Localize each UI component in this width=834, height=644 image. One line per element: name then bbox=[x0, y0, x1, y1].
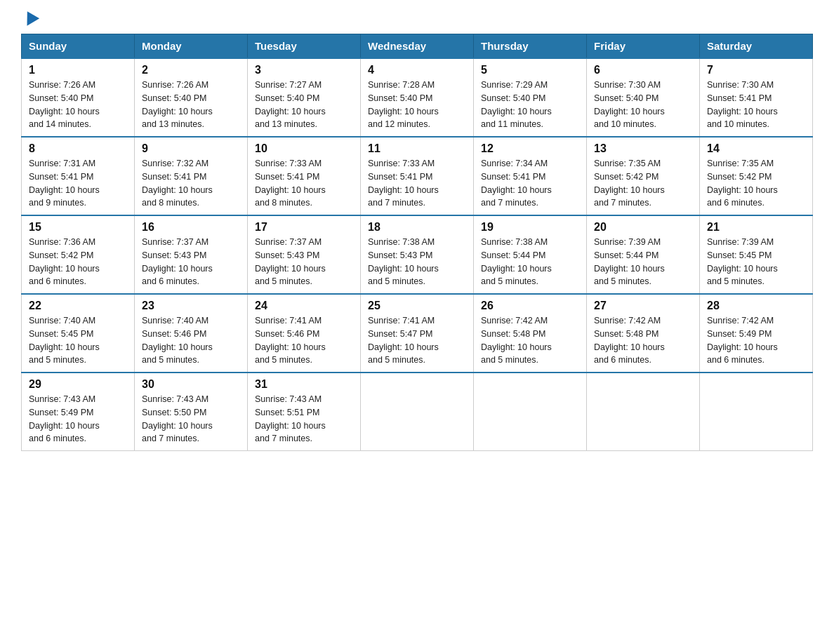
day-info: Sunrise: 7:42 AMSunset: 5:49 PMDaylight:… bbox=[707, 314, 805, 367]
calendar-cell: 26 Sunrise: 7:42 AMSunset: 5:48 PMDaylig… bbox=[474, 294, 587, 373]
calendar-cell: 2 Sunrise: 7:26 AMSunset: 5:40 PMDayligh… bbox=[135, 58, 248, 137]
day-info: Sunrise: 7:39 AMSunset: 5:44 PMDaylight:… bbox=[594, 236, 692, 288]
calendar-cell: 31 Sunrise: 7:43 AMSunset: 5:51 PMDaylig… bbox=[248, 373, 361, 451]
calendar-cell bbox=[361, 373, 474, 451]
day-number: 21 bbox=[707, 221, 805, 234]
week-row-1: 1 Sunrise: 7:26 AMSunset: 5:40 PMDayligh… bbox=[22, 58, 813, 137]
calendar-cell: 8 Sunrise: 7:31 AMSunset: 5:41 PMDayligh… bbox=[22, 137, 135, 215]
calendar-cell: 20 Sunrise: 7:39 AMSunset: 5:44 PMDaylig… bbox=[587, 215, 700, 294]
week-row-3: 15 Sunrise: 7:36 AMSunset: 5:42 PMDaylig… bbox=[22, 215, 813, 294]
day-number: 26 bbox=[481, 300, 579, 312]
day-number: 22 bbox=[29, 300, 127, 312]
calendar-cell: 5 Sunrise: 7:29 AMSunset: 5:40 PMDayligh… bbox=[474, 58, 587, 137]
day-number: 3 bbox=[255, 64, 353, 76]
day-number: 23 bbox=[142, 300, 240, 312]
day-info: Sunrise: 7:30 AMSunset: 5:40 PMDaylight:… bbox=[594, 79, 692, 131]
weekday-header-tuesday: Tuesday bbox=[248, 34, 361, 59]
calendar-cell: 15 Sunrise: 7:36 AMSunset: 5:42 PMDaylig… bbox=[22, 215, 135, 294]
day-info: Sunrise: 7:30 AMSunset: 5:41 PMDaylight:… bbox=[707, 79, 805, 131]
calendar-cell: 17 Sunrise: 7:37 AMSunset: 5:43 PMDaylig… bbox=[248, 215, 361, 294]
day-info: Sunrise: 7:37 AMSunset: 5:43 PMDaylight:… bbox=[142, 236, 240, 288]
day-number: 29 bbox=[29, 378, 127, 391]
day-number: 1 bbox=[29, 64, 127, 76]
week-row-4: 22 Sunrise: 7:40 AMSunset: 5:45 PMDaylig… bbox=[22, 294, 813, 373]
weekday-header-row: SundayMondayTuesdayWednesdayThursdayFrid… bbox=[22, 34, 813, 59]
day-number: 24 bbox=[255, 300, 353, 312]
weekday-header-sunday: Sunday bbox=[22, 34, 135, 59]
calendar-cell: 24 Sunrise: 7:41 AMSunset: 5:46 PMDaylig… bbox=[248, 294, 361, 373]
calendar-cell: 25 Sunrise: 7:41 AMSunset: 5:47 PMDaylig… bbox=[361, 294, 474, 373]
weekday-header-friday: Friday bbox=[587, 34, 700, 59]
weekday-header-monday: Monday bbox=[135, 34, 248, 59]
day-info: Sunrise: 7:28 AMSunset: 5:40 PMDaylight:… bbox=[368, 79, 466, 131]
day-number: 16 bbox=[142, 221, 240, 234]
calendar-cell: 3 Sunrise: 7:27 AMSunset: 5:40 PMDayligh… bbox=[248, 58, 361, 137]
calendar-cell: 23 Sunrise: 7:40 AMSunset: 5:46 PMDaylig… bbox=[135, 294, 248, 373]
calendar-cell bbox=[700, 373, 813, 451]
day-number: 20 bbox=[594, 221, 692, 234]
day-info: Sunrise: 7:33 AMSunset: 5:41 PMDaylight:… bbox=[368, 157, 466, 210]
day-info: Sunrise: 7:42 AMSunset: 5:48 PMDaylight:… bbox=[594, 314, 692, 367]
day-info: Sunrise: 7:26 AMSunset: 5:40 PMDaylight:… bbox=[142, 79, 240, 131]
calendar-cell: 30 Sunrise: 7:43 AMSunset: 5:50 PMDaylig… bbox=[135, 373, 248, 451]
calendar-cell: 7 Sunrise: 7:30 AMSunset: 5:41 PMDayligh… bbox=[700, 58, 813, 137]
day-info: Sunrise: 7:29 AMSunset: 5:40 PMDaylight:… bbox=[481, 79, 579, 131]
day-number: 19 bbox=[481, 221, 579, 234]
calendar-cell: 28 Sunrise: 7:42 AMSunset: 5:49 PMDaylig… bbox=[700, 294, 813, 373]
day-number: 17 bbox=[255, 221, 353, 234]
calendar-cell: 6 Sunrise: 7:30 AMSunset: 5:40 PMDayligh… bbox=[587, 58, 700, 137]
calendar-cell: 14 Sunrise: 7:35 AMSunset: 5:42 PMDaylig… bbox=[700, 137, 813, 215]
week-row-2: 8 Sunrise: 7:31 AMSunset: 5:41 PMDayligh… bbox=[22, 137, 813, 215]
calendar-cell: 11 Sunrise: 7:33 AMSunset: 5:41 PMDaylig… bbox=[361, 137, 474, 215]
calendar-cell: 9 Sunrise: 7:32 AMSunset: 5:41 PMDayligh… bbox=[135, 137, 248, 215]
calendar-cell: 16 Sunrise: 7:37 AMSunset: 5:43 PMDaylig… bbox=[135, 215, 248, 294]
day-number: 31 bbox=[255, 378, 353, 391]
day-info: Sunrise: 7:35 AMSunset: 5:42 PMDaylight:… bbox=[594, 157, 692, 210]
day-info: Sunrise: 7:37 AMSunset: 5:43 PMDaylight:… bbox=[255, 236, 353, 288]
day-number: 10 bbox=[255, 142, 353, 155]
weekday-header-thursday: Thursday bbox=[474, 34, 587, 59]
calendar-table: SundayMondayTuesdayWednesdayThursdayFrid… bbox=[21, 34, 813, 451]
calendar-cell: 21 Sunrise: 7:39 AMSunset: 5:45 PMDaylig… bbox=[700, 215, 813, 294]
day-number: 13 bbox=[594, 142, 692, 155]
day-number: 4 bbox=[368, 64, 466, 76]
day-info: Sunrise: 7:39 AMSunset: 5:45 PMDaylight:… bbox=[707, 236, 805, 288]
calendar-cell bbox=[474, 373, 587, 451]
day-info: Sunrise: 7:33 AMSunset: 5:41 PMDaylight:… bbox=[255, 157, 353, 210]
day-number: 25 bbox=[368, 300, 466, 312]
day-number: 2 bbox=[142, 64, 240, 76]
day-number: 15 bbox=[29, 221, 127, 234]
day-number: 9 bbox=[142, 142, 240, 155]
day-number: 8 bbox=[29, 142, 127, 155]
day-number: 27 bbox=[594, 300, 692, 312]
day-info: Sunrise: 7:32 AMSunset: 5:41 PMDaylight:… bbox=[142, 157, 240, 210]
day-info: Sunrise: 7:41 AMSunset: 5:47 PMDaylight:… bbox=[368, 314, 466, 367]
day-number: 7 bbox=[707, 64, 805, 76]
weekday-header-wednesday: Wednesday bbox=[361, 34, 474, 59]
logo-triangle-icon bbox=[21, 11, 39, 29]
day-info: Sunrise: 7:26 AMSunset: 5:40 PMDaylight:… bbox=[29, 79, 127, 131]
day-number: 28 bbox=[707, 300, 805, 312]
calendar-cell: 19 Sunrise: 7:38 AMSunset: 5:44 PMDaylig… bbox=[474, 215, 587, 294]
day-number: 11 bbox=[368, 142, 466, 155]
calendar-cell: 10 Sunrise: 7:33 AMSunset: 5:41 PMDaylig… bbox=[248, 137, 361, 215]
day-info: Sunrise: 7:27 AMSunset: 5:40 PMDaylight:… bbox=[255, 79, 353, 131]
day-info: Sunrise: 7:36 AMSunset: 5:42 PMDaylight:… bbox=[29, 236, 127, 288]
day-number: 18 bbox=[368, 221, 466, 234]
calendar-cell: 12 Sunrise: 7:34 AMSunset: 5:41 PMDaylig… bbox=[474, 137, 587, 215]
weekday-header-saturday: Saturday bbox=[700, 34, 813, 59]
calendar-cell: 29 Sunrise: 7:43 AMSunset: 5:49 PMDaylig… bbox=[22, 373, 135, 451]
day-info: Sunrise: 7:43 AMSunset: 5:49 PMDaylight:… bbox=[29, 393, 127, 445]
day-info: Sunrise: 7:41 AMSunset: 5:46 PMDaylight:… bbox=[255, 314, 353, 367]
page-header bbox=[21, 14, 813, 27]
day-info: Sunrise: 7:40 AMSunset: 5:45 PMDaylight:… bbox=[29, 314, 127, 367]
calendar-cell: 22 Sunrise: 7:40 AMSunset: 5:45 PMDaylig… bbox=[22, 294, 135, 373]
day-number: 5 bbox=[481, 64, 579, 76]
calendar-cell: 1 Sunrise: 7:26 AMSunset: 5:40 PMDayligh… bbox=[22, 58, 135, 137]
calendar-cell: 27 Sunrise: 7:42 AMSunset: 5:48 PMDaylig… bbox=[587, 294, 700, 373]
day-info: Sunrise: 7:31 AMSunset: 5:41 PMDaylight:… bbox=[29, 157, 127, 210]
day-info: Sunrise: 7:43 AMSunset: 5:51 PMDaylight:… bbox=[255, 393, 353, 445]
day-info: Sunrise: 7:34 AMSunset: 5:41 PMDaylight:… bbox=[481, 157, 579, 210]
day-info: Sunrise: 7:43 AMSunset: 5:50 PMDaylight:… bbox=[142, 393, 240, 445]
calendar-cell: 4 Sunrise: 7:28 AMSunset: 5:40 PMDayligh… bbox=[361, 58, 474, 137]
